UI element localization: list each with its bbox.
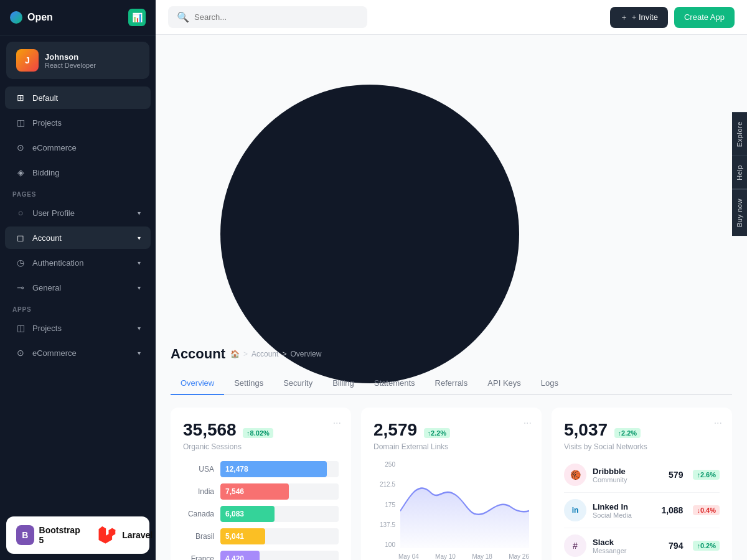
breadcrumb: 🏠 > Account > Overview (230, 350, 321, 358)
sidebar-item-label: eCommerce (32, 143, 77, 152)
linkedin-logo: in (564, 499, 586, 521)
bootstrap-label: Bootstrap 5 (39, 525, 83, 545)
sidebar-item-label: Bidding (32, 168, 59, 177)
bar-fill: 7,546 (220, 483, 289, 500)
social-info: Slack Messanger (593, 538, 626, 554)
sidebar-logo: Open (10, 11, 53, 24)
sidebar-item-bidding[interactable]: ◈ Bidding (5, 161, 151, 184)
social-sub: Social Media (593, 511, 632, 519)
tab-billing[interactable]: Billing (322, 372, 364, 395)
sidebar-item-apps-ecommerce[interactable]: ⊙ eCommerce ▾ (5, 342, 151, 364)
topbar: 🔍 ＋ + Invite Create App (156, 0, 747, 35)
app-name: Open (27, 12, 53, 23)
bar-label: Brasil (183, 532, 214, 541)
tab-api-keys[interactable]: API Keys (477, 372, 530, 395)
home-icon: 🏠 (230, 350, 240, 358)
sidebar-item-authentication[interactable]: ◷ Authentication ▾ (5, 251, 151, 274)
search-box[interactable]: 🔍 (168, 6, 367, 28)
metric-label: Visits by Social Networks (564, 442, 720, 451)
search-icon: 🔍 (177, 11, 189, 23)
user-info: Johnson React Developer (45, 52, 96, 69)
tab-referrals[interactable]: Referrals (425, 372, 478, 395)
breadcrumb-overview: Overview (290, 350, 321, 358)
metric-card-links: 2,579 ↑2.2% ··· Domain External Links 25… (361, 408, 542, 560)
user-name: Johnson (45, 52, 96, 62)
metric-more-icon[interactable]: ··· (714, 418, 722, 429)
chevron-down-icon: ▾ (138, 325, 141, 332)
line-chart-svg (400, 461, 529, 548)
social-name: Dribbble (593, 467, 627, 476)
bar-row-canada: Canada 6,083 (183, 506, 339, 522)
sidebar-item-general[interactable]: ⊸ General ▾ (5, 276, 151, 299)
x-label: May 18 (472, 553, 492, 560)
bidding-icon: ◈ (15, 167, 26, 177)
tab-statements[interactable]: Statements (364, 372, 425, 395)
projects-icon: ◫ (15, 118, 26, 128)
sidebar-header: Open 📊 (0, 0, 156, 35)
metric-header: 2,579 ↑2.2% ··· (374, 420, 529, 440)
x-axis-labels: May 04 May 10 May 18 May 26 (374, 553, 529, 560)
breadcrumb-account: Account (251, 350, 278, 358)
line-chart-svg-container (400, 461, 529, 551)
sidebar-item-account[interactable]: ◻ Account ▾ (5, 226, 151, 249)
sidebar: Open 📊 J Johnson React Developer ⊞ Defau… (0, 0, 156, 560)
ecommerce-icon: ⊙ (15, 142, 26, 152)
tab-settings[interactable]: Settings (224, 372, 273, 395)
chevron-down-icon: ▾ (138, 259, 141, 266)
metrics-grid: 35,568 ↑8.02% ··· Organic Sessions USA 1… (171, 408, 732, 560)
laravel-icon (97, 525, 117, 545)
metric-more-icon[interactable]: ··· (333, 418, 341, 429)
sidebar-item-label: General (32, 283, 61, 292)
floating-tab-buynow[interactable]: Buy now (732, 189, 747, 236)
page-content: Account 🏠 > Account > Overview Overview … (156, 35, 747, 560)
main-content: 🔍 ＋ + Invite Create App Account 🏠 > Acco… (156, 0, 747, 560)
user-icon: ○ (15, 208, 26, 218)
create-app-button[interactable]: Create App (674, 7, 735, 28)
sidebar-item-ecommerce[interactable]: ⊙ eCommerce (5, 136, 151, 159)
floating-tab-explore[interactable]: Explore (732, 112, 747, 156)
bar-fill: 5,041 (220, 528, 265, 544)
bar-chart: USA 12,478 India 7,546 Canada (183, 461, 339, 560)
sidebar-chart-icon[interactable]: 📊 (128, 9, 146, 26)
tab-overview[interactable]: Overview (171, 372, 224, 395)
sidebar-item-label: Account (32, 233, 62, 243)
metric-badge: ↑8.02% (243, 428, 273, 438)
bar-row-usa: USA 12,478 (183, 461, 339, 477)
sidebar-item-projects[interactable]: ◫ Projects (5, 111, 151, 134)
sidebar-item-user-profile[interactable]: ○ User Profile ▾ (5, 202, 151, 224)
y-label: 100 (374, 541, 395, 548)
apps-section-label: APPS (0, 300, 156, 315)
sidebar-item-default[interactable]: ⊞ Default (5, 86, 151, 109)
floating-tab-help[interactable]: Help (732, 156, 747, 189)
tab-logs[interactable]: Logs (531, 372, 568, 395)
metric-more-icon[interactable]: ··· (524, 418, 532, 429)
bar-row-india: India 7,546 (183, 483, 339, 500)
metric-value: 2,579 (374, 420, 417, 439)
logo-icon (10, 11, 22, 24)
social-value: 794 (669, 541, 683, 551)
social-list: 🏀 Dribbble Community 579 ↑2.6% in Linked… (564, 457, 720, 560)
social-item-dribbble: 🏀 Dribbble Community 579 ↑2.6% (564, 457, 720, 493)
slack-logo: # (564, 534, 586, 557)
user-card[interactable]: J Johnson React Developer (6, 42, 149, 79)
social-name: Slack (593, 538, 626, 547)
social-value: 1,088 (661, 505, 683, 515)
social-badge: ↑2.6% (693, 470, 720, 480)
invite-button[interactable]: ＋ + Invite (610, 7, 668, 28)
bar-track: 12,478 (220, 461, 339, 477)
general-icon: ⊸ (15, 282, 26, 292)
search-input[interactable] (194, 12, 359, 22)
social-badge: ↑0.2% (693, 541, 720, 551)
page-tabs: Overview Settings Security Billing State… (171, 372, 732, 395)
chevron-down-icon: ▾ (138, 235, 141, 241)
y-label: 175 (374, 502, 395, 508)
bar-fill: 12,478 (220, 461, 327, 477)
tab-security[interactable]: Security (273, 372, 322, 395)
projects-icon: ◫ (15, 323, 26, 333)
social-info: Linked In Social Media (593, 502, 632, 519)
grid-icon: ⊞ (15, 93, 26, 103)
sidebar-promo: B Bootstrap 5 Laravel (6, 516, 149, 554)
avatar: J (16, 49, 39, 72)
y-label: 212.5 (374, 481, 395, 488)
sidebar-item-apps-projects[interactable]: ◫ Projects ▾ (5, 317, 151, 339)
